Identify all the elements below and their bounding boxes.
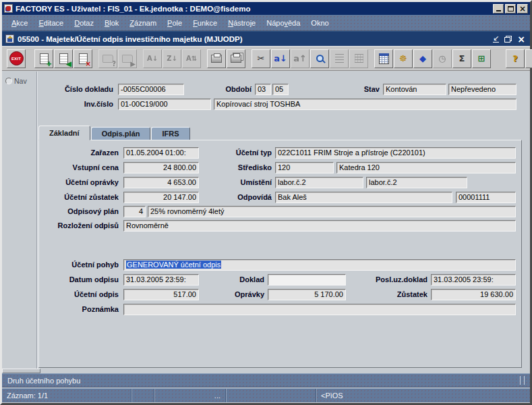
find-button[interactable] bbox=[310, 49, 329, 68]
navigator-button[interactable]: ☸ bbox=[394, 49, 413, 68]
window-titlebar: FACTORY ES - Uživatel : FIS_01 - Ek.jedn… bbox=[2, 2, 530, 15]
label-opravky: Oprávky bbox=[201, 289, 264, 300]
editor-button[interactable] bbox=[374, 49, 393, 68]
cut-button[interactable]: ✂ bbox=[252, 49, 270, 68]
sort-ascending-button[interactable]: A↓ bbox=[143, 49, 162, 68]
sort-custom-button[interactable]: A⇅ bbox=[182, 49, 201, 68]
label-ucetni-opravky: Účetní oprávky bbox=[42, 177, 119, 188]
field-inv-nazev[interactable]: Kopírovací stroj TOSHBA bbox=[214, 99, 516, 110]
field-ucetni-typ[interactable]: 022C1011 FRIM Stroje a přístroje (C22010… bbox=[275, 147, 516, 159]
label-ucetni-odpis: Účetní odpis bbox=[42, 289, 119, 300]
field-odpovida-kod[interactable]: 00001111 bbox=[456, 192, 516, 203]
menu-funkce[interactable]: Funkce bbox=[187, 17, 223, 29]
field-stredisko-kod[interactable]: 120 bbox=[275, 162, 334, 173]
field-datum-odpisu[interactable]: 31.03.2005 23:59: bbox=[123, 274, 199, 286]
field-ucetni-odpis[interactable]: 517.00 bbox=[123, 289, 199, 300]
menu-nastroje[interactable]: Nástroje bbox=[223, 17, 261, 29]
menu-blok[interactable]: Blok bbox=[99, 17, 124, 29]
execute-query-button[interactable]: ▶ bbox=[118, 49, 137, 68]
help-button[interactable]: ? bbox=[525, 49, 532, 68]
toolbar: EXIT+◀×?▶A↓Z↓A⇅✂a↓a↑☸◆◷Σ⊞?? bbox=[2, 46, 530, 71]
field-stav-1[interactable]: Kontován bbox=[383, 84, 446, 95]
horizontal-scrollbar[interactable] bbox=[2, 369, 40, 373]
menu-zaznam[interactable]: Záznam bbox=[124, 17, 162, 29]
field-doklad[interactable] bbox=[268, 274, 346, 286]
field-stredisko-nazev[interactable]: Katedra 120 bbox=[336, 162, 516, 173]
field-rozlozeni-odpisu[interactable]: Rovnoměrně bbox=[123, 220, 516, 232]
field-posl-uz-doklad[interactable]: 31.03.2005 23:59: bbox=[431, 274, 516, 286]
selected-text: GENEROVANÝ účetní odpis bbox=[126, 261, 221, 269]
help-context-button[interactable]: ? bbox=[506, 49, 525, 68]
maximize-button[interactable] bbox=[505, 4, 516, 14]
lamp-icon: ◆ bbox=[419, 53, 426, 63]
sort-descending-button[interactable]: Z↓ bbox=[162, 49, 181, 68]
tab-ifrs[interactable]: IFRS bbox=[151, 127, 189, 140]
enter-query-button[interactable]: ? bbox=[98, 49, 117, 68]
hint-bar: Druh účetního pohybu bbox=[2, 373, 530, 387]
close-button[interactable]: × bbox=[517, 4, 528, 14]
field-inv-cislo[interactable]: 01-00C19/000 bbox=[118, 99, 211, 110]
form-minimize-icon: ↙ bbox=[493, 35, 499, 43]
minimize-button[interactable] bbox=[493, 4, 504, 14]
form-minimize-button[interactable]: ↙ bbox=[493, 35, 499, 43]
sum-button[interactable]: Σ bbox=[452, 49, 471, 68]
field-zarazen[interactable]: 01.05.2004 01:00: bbox=[123, 147, 199, 159]
label-rozlozeni-odpisu: Rozložení odpisů bbox=[42, 220, 119, 232]
list-view-button[interactable] bbox=[330, 49, 349, 68]
print-button[interactable] bbox=[207, 49, 226, 68]
field-obdobi-mesic[interactable]: 05 bbox=[272, 84, 289, 95]
copy-field-up-button[interactable]: a↑ bbox=[291, 49, 309, 68]
menu-napoveda[interactable]: Nápověda bbox=[261, 17, 305, 29]
form-restore-button[interactable] bbox=[504, 36, 512, 43]
field-odpisovy-plan-kod[interactable]: 4 bbox=[123, 206, 146, 217]
field-odpovida-jmeno[interactable]: Bak Aleš bbox=[275, 192, 452, 203]
field-ucetni-pohyb[interactable]: GENEROVANÝ účetní odpis bbox=[123, 259, 516, 271]
menu-okno[interactable]: Okno bbox=[305, 17, 334, 29]
menu-dotaz[interactable]: Dotaz bbox=[69, 17, 99, 29]
field-umisteni-1[interactable]: labor.č.2 bbox=[275, 177, 363, 188]
menu-editace[interactable]: Editace bbox=[33, 17, 69, 29]
copy-field-down-button[interactable]: a↓ bbox=[271, 49, 290, 68]
tab-panel-zakladni: Zařazen 01.05.2004 01:00: Účetní typ 022… bbox=[38, 140, 522, 368]
application-window: FACTORY ES - Uživatel : FIS_01 - Ek.jedn… bbox=[0, 0, 532, 405]
excel-export-button[interactable]: ⊞ bbox=[472, 49, 491, 68]
label-zarazen: Zařazen bbox=[42, 147, 119, 159]
history-icon: ◷ bbox=[438, 53, 446, 63]
menu-pole[interactable]: Pole bbox=[162, 17, 187, 29]
copy-record-button[interactable]: ◀ bbox=[54, 49, 73, 68]
field-odpisovy-plan-nazev[interactable]: 25% rovnoměrný 4letý bbox=[148, 206, 516, 217]
print-report-button[interactable] bbox=[227, 49, 245, 68]
exit-button[interactable]: EXIT bbox=[7, 49, 26, 68]
form-close-button[interactable]: × bbox=[517, 35, 525, 43]
field-cislo-dokladu[interactable]: -0055C00006 bbox=[118, 84, 184, 95]
field-obdobi-rok[interactable]: 03 bbox=[255, 84, 271, 95]
status-segment-3 bbox=[226, 389, 316, 402]
sort-custom-icon: A⇅ bbox=[186, 55, 197, 62]
field-vstupni-cena[interactable]: 24 800.00 bbox=[123, 162, 199, 173]
tab-odpis-plan[interactable]: Odpis.plán bbox=[91, 127, 151, 140]
field-umisteni-2[interactable]: labor.č.2 bbox=[366, 177, 467, 188]
label-odpisovy-plan: Odpisový plán bbox=[42, 206, 119, 217]
hint-text: Druh účetního pohybu bbox=[7, 377, 520, 385]
delete-record-button[interactable]: × bbox=[73, 49, 92, 68]
insert-record-button[interactable]: + bbox=[34, 49, 53, 68]
field-opravky[interactable]: 5 170.00 bbox=[268, 289, 346, 300]
nav-radio-label: Nav bbox=[14, 77, 27, 85]
tab-zakladni[interactable]: Základní bbox=[38, 126, 90, 140]
form-window-controls: ↙ × bbox=[493, 35, 527, 43]
field-stav-2[interactable]: Nepřevedeno bbox=[448, 84, 516, 95]
field-zustatek[interactable]: 19 630.00 bbox=[431, 289, 516, 300]
history-button[interactable]: ◷ bbox=[433, 49, 452, 68]
menu-akce[interactable]: Akce bbox=[6, 17, 33, 29]
tree-view-button[interactable] bbox=[349, 49, 368, 68]
field-ucetni-zustatek[interactable]: 20 147.00 bbox=[123, 192, 199, 203]
form-icon bbox=[5, 34, 14, 43]
field-ucetni-opravky[interactable]: 4 653.00 bbox=[123, 177, 199, 188]
lamp-button[interactable]: ◆ bbox=[413, 49, 432, 68]
label-ucetni-typ: Účetní typ bbox=[198, 147, 272, 159]
insert-record-badge-icon: + bbox=[47, 61, 52, 68]
nav-radio[interactable] bbox=[5, 78, 12, 84]
field-poznamka[interactable] bbox=[123, 304, 516, 315]
sort-descending-icon: Z↓ bbox=[167, 55, 177, 62]
form-title: 05500 - Majetek/Účetní odpis investičníh… bbox=[18, 35, 493, 43]
